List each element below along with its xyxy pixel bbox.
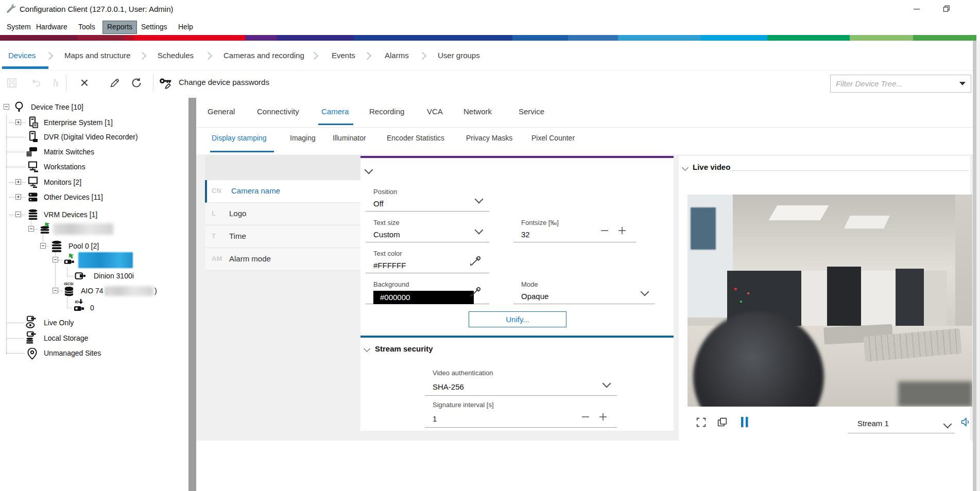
background-color-swatch[interactable]: #000000: [373, 291, 474, 304]
chevron-down-icon[interactable]: [475, 226, 484, 235]
decrement-button[interactable]: [600, 226, 609, 235]
expand-toggle-icon[interactable]: [15, 119, 21, 125]
edit-button[interactable]: [106, 74, 124, 92]
menu-system[interactable]: System: [3, 21, 35, 33]
maximize-button[interactable]: [938, 2, 955, 15]
collapse-toggle-icon[interactable]: [40, 243, 46, 249]
list-item-logo[interactable]: L Logo: [205, 203, 360, 225]
filter-input[interactable]: [835, 77, 955, 90]
device-tree-filter[interactable]: [830, 75, 971, 93]
collapse-toggle-icon[interactable]: [53, 288, 58, 293]
chevron-down-icon[interactable]: [475, 195, 484, 204]
tree-item-local-storage[interactable]: Local Storage: [0, 330, 188, 346]
background-field[interactable]: Background #000000: [366, 280, 489, 304]
tree-item-aio-74[interactable]: iSCSI AIO 74 ( ): [0, 283, 188, 299]
menu-tools[interactable]: Tools: [74, 21, 99, 33]
chevron-down-icon[interactable]: [641, 288, 649, 296]
menu-settings[interactable]: Settings: [137, 21, 171, 33]
tab-connectivity[interactable]: Connectivity: [257, 107, 299, 116]
pause-icon: [740, 416, 749, 428]
crumb-devices[interactable]: Devices: [8, 51, 36, 60]
subtab-privacy-masks[interactable]: Privacy Masks: [466, 134, 512, 142]
crumb-maps-structure[interactable]: Maps and structure: [64, 51, 130, 60]
tree-item-monitors[interactable]: Monitors [2]: [0, 174, 188, 190]
tab-service[interactable]: Service: [519, 107, 544, 116]
subtab-pixel-counter[interactable]: Pixel Counter: [531, 134, 575, 142]
tree-item-other-devices[interactable]: Other Devices [11]: [0, 189, 188, 205]
text-color-field[interactable]: Text color #FFFFFF: [366, 250, 489, 273]
stream-select[interactable]: Stream 1: [848, 416, 955, 433]
collapse-section-icon[interactable]: [365, 166, 373, 174]
mode-field[interactable]: Mode Opaque: [513, 280, 655, 304]
tree-item-dvr[interactable]: DVR (Digital Video Recorder): [0, 129, 188, 145]
menu-hardware[interactable]: Hardware: [32, 21, 72, 33]
database-arrow-icon: [39, 221, 52, 236]
change-passwords-button[interactable]: [157, 74, 175, 92]
chevron-down-icon[interactable]: [943, 420, 952, 429]
crumb-schedules[interactable]: Schedules: [158, 51, 194, 60]
crumb-events[interactable]: Events: [332, 51, 355, 60]
tree-item-vrm-devices[interactable]: VRM Devices [1]: [0, 207, 188, 222]
tree-item-camera-redacted-selected[interactable]: [0, 252, 188, 268]
list-item-camera-name[interactable]: CN Camera name: [205, 180, 360, 203]
tree-item-matrix-switches[interactable]: Matrix Switches: [0, 144, 188, 160]
menu-help[interactable]: Help: [174, 21, 197, 33]
subtab-illuminator[interactable]: Illuminator: [333, 134, 366, 142]
text-size-field[interactable]: Text size Custom: [366, 219, 489, 242]
tab-vca[interactable]: VCA: [427, 107, 443, 116]
undo-button[interactable]: [27, 74, 46, 92]
fullscreen-button[interactable]: [694, 415, 708, 429]
position-field[interactable]: Position Off: [366, 188, 489, 212]
tab-general[interactable]: General: [208, 107, 235, 116]
tree-item-encoder-0[interactable]: ID 0: [0, 300, 188, 315]
increment-button[interactable]: [598, 412, 608, 422]
crumb-cameras-recording[interactable]: Cameras and recording: [223, 51, 304, 60]
decrement-button[interactable]: [581, 412, 590, 422]
expand-toggle-icon[interactable]: [15, 179, 21, 185]
video-authentication-field[interactable]: Video authentication SHA-256: [425, 369, 617, 396]
subtab-encoder-statistics[interactable]: Encoder Statistics: [387, 134, 444, 142]
signature-interval-field[interactable]: Signature interval [s] 1: [425, 401, 617, 428]
pause-button[interactable]: [738, 415, 751, 429]
audio-button[interactable]: [959, 415, 972, 429]
tree-item-workstations[interactable]: Workstations: [0, 159, 188, 174]
collapse-toggle-icon[interactable]: [15, 212, 21, 217]
tree-item-dinion-3100i[interactable]: Dinion 3100i: [0, 268, 188, 284]
unify-button[interactable]: Unify...: [469, 311, 566, 327]
tree-item-pool-0[interactable]: Pool 0 [2]: [0, 238, 188, 254]
list-item-alarm-mode[interactable]: AM Alarm mode: [205, 248, 360, 271]
tree-item-enterprise-system[interactable]: Enterprise System [1]: [0, 115, 188, 130]
minimize-button[interactable]: [908, 2, 925, 15]
save-button[interactable]: [3, 74, 21, 92]
color-picker-button[interactable]: [469, 285, 482, 302]
pane-splitter[interactable]: [188, 98, 196, 491]
tree-item-unmanaged-sites[interactable]: Unmanaged Sites: [0, 345, 188, 361]
color-picker-button[interactable]: [469, 254, 482, 271]
fontsize-field[interactable]: Fontsize [‰] 32: [513, 219, 636, 242]
crumb-alarms[interactable]: Alarms: [385, 51, 409, 60]
subtab-imaging[interactable]: Imaging: [290, 134, 316, 142]
tree-item-vrm-redacted[interactable]: [0, 221, 188, 237]
list-item-time[interactable]: T Time: [205, 225, 360, 248]
tree-item-device-tree[interactable]: Device Tree [10]: [0, 99, 188, 115]
menu-reports[interactable]: Reports: [102, 21, 137, 34]
collapse-toggle-icon[interactable]: [28, 226, 34, 232]
tree-item-live-only[interactable]: Live Only: [0, 315, 188, 330]
refresh-button[interactable]: [127, 74, 146, 92]
collapse-section-icon[interactable]: [364, 345, 370, 352]
chevron-down-icon[interactable]: [603, 379, 611, 388]
expand-toggle-icon[interactable]: [15, 194, 21, 200]
subtab-display-stamping[interactable]: Display stamping: [212, 134, 267, 142]
dropdown-caret-icon[interactable]: [959, 82, 966, 85]
increment-button[interactable]: [617, 226, 627, 235]
activate-button[interactable]: [46, 74, 65, 92]
collapse-toggle-icon[interactable]: [4, 104, 9, 110]
tab-network[interactable]: Network: [463, 107, 492, 116]
collapse-section-icon[interactable]: [682, 164, 689, 171]
tab-recording[interactable]: Recording: [369, 107, 404, 116]
crumb-user-groups[interactable]: User groups: [438, 51, 480, 60]
collapse-toggle-icon[interactable]: [53, 257, 58, 262]
tab-camera[interactable]: Camera: [321, 107, 349, 116]
delete-button[interactable]: ×: [75, 74, 94, 92]
snapshot-copy-button[interactable]: [715, 415, 729, 429]
